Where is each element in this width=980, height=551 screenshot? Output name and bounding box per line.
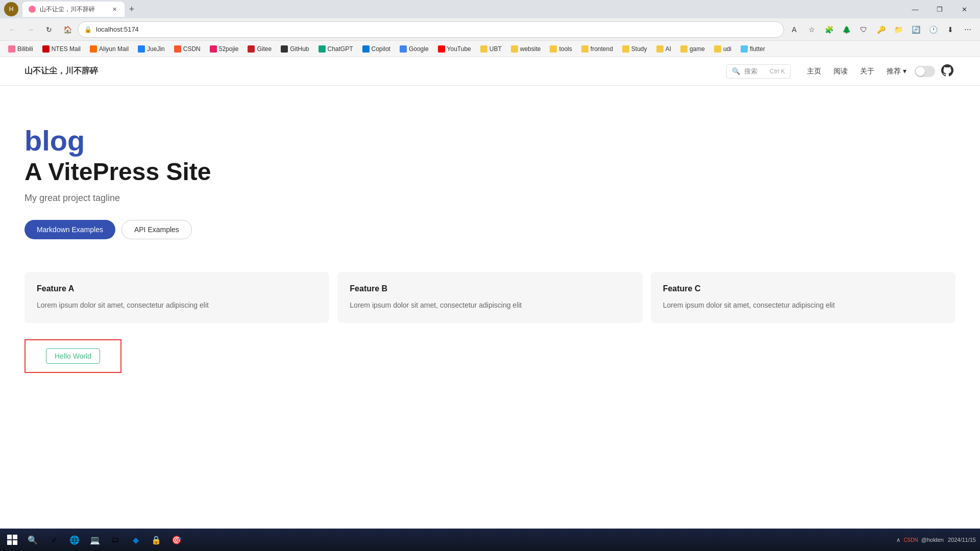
- bookmark-aliyun[interactable]: Aliyun Mail: [86, 43, 133, 55]
- csdn-tray: CSDN: [903, 537, 918, 543]
- tab-favicon: [29, 6, 36, 13]
- forward-button[interactable]: →: [22, 21, 39, 38]
- hero-tagline: My great project tagline: [24, 193, 955, 204]
- bookmark-label: game: [690, 45, 705, 53]
- back-button[interactable]: ←: [4, 21, 20, 38]
- profile-button[interactable]: 🌲: [838, 21, 854, 38]
- pojie-icon: [210, 45, 217, 53]
- bookmark-bilibili[interactable]: Bilibili: [4, 43, 37, 55]
- feature-b-title: Feature B: [350, 284, 630, 293]
- tab-bar: 山不让尘，川不辞碎 ✕ +: [22, 2, 899, 17]
- keepass-button[interactable]: 🔑: [873, 21, 889, 38]
- feature-a-title: Feature A: [37, 284, 317, 293]
- taskbar-chrome-app[interactable]: 🌐: [65, 531, 84, 549]
- bookmark-flutter[interactable]: flutter: [737, 43, 769, 55]
- taskbar-explorer-app[interactable]: 🗂: [106, 531, 125, 549]
- bookmark-github[interactable]: GitHub: [277, 43, 313, 55]
- profile-avatar[interactable]: H: [4, 2, 18, 16]
- bookmark-study[interactable]: Study: [618, 43, 651, 55]
- search-label: 搜索: [744, 67, 757, 76]
- bookmark-gitee[interactable]: Gitee: [243, 43, 276, 55]
- google-icon: [400, 45, 407, 53]
- bookmark-ai[interactable]: AI: [652, 43, 675, 55]
- bookmark-tools[interactable]: tools: [546, 43, 576, 55]
- taskbar-target-app[interactable]: 🎯: [167, 531, 186, 549]
- taskbar-vscode-app[interactable]: ◆: [127, 531, 145, 549]
- bookmark-label: NTES Mail: [52, 45, 81, 53]
- extensions-button[interactable]: 🧩: [821, 21, 837, 38]
- bookmark-label: Bilibili: [17, 45, 33, 53]
- markdown-examples-button[interactable]: Markdown Examples: [24, 220, 115, 239]
- github-link[interactable]: [941, 64, 955, 79]
- favorites-button[interactable]: ☆: [803, 21, 820, 38]
- bookmark-juejin[interactable]: JueJin: [134, 43, 169, 55]
- home-button[interactable]: 🏠: [59, 21, 76, 38]
- nav-link-read[interactable]: 阅读: [834, 67, 848, 76]
- feature-card-c: Feature C Lorem ipsum dolor sit amet, co…: [651, 272, 955, 323]
- api-examples-button[interactable]: API Examples: [121, 220, 192, 239]
- refresh-button[interactable]: ↻: [41, 21, 57, 38]
- bookmark-csdn[interactable]: CSDN: [170, 43, 205, 55]
- bookmark-label: flutter: [750, 45, 765, 53]
- bookmark-google[interactable]: Google: [396, 43, 433, 55]
- nav-link-home[interactable]: 主页: [807, 67, 821, 76]
- start-button[interactable]: [4, 532, 20, 548]
- bookmark-52pojie[interactable]: 52pojie: [206, 43, 243, 55]
- chatgpt-icon: [318, 45, 326, 53]
- title-bar: H 山不让尘，川不辞碎 ✕ + — ❐ ✕: [0, 0, 980, 18]
- taskbar-checkmark-app[interactable]: ✓: [45, 531, 63, 549]
- downloads-button[interactable]: ⬇: [942, 21, 959, 38]
- bookmark-label: ChatGPT: [328, 45, 353, 53]
- window-controls: — ❐ ✕: [903, 0, 976, 18]
- youtube-icon: [438, 45, 445, 53]
- bookmark-youtube[interactable]: YouTube: [434, 43, 475, 55]
- feature-c-desc: Lorem ipsum dolor sit amet, consectetur …: [663, 299, 943, 311]
- nav-link-about[interactable]: 关于: [860, 67, 874, 76]
- bookmark-copilot[interactable]: Copilot: [358, 43, 395, 55]
- bookmark-frontend[interactable]: frontend: [577, 43, 617, 55]
- active-tab[interactable]: 山不让尘，川不辞碎 ✕: [22, 2, 125, 17]
- lock-icon: 🔒: [84, 26, 92, 33]
- hero-title: A VitePress Site: [24, 157, 955, 187]
- minimize-button[interactable]: —: [903, 0, 927, 18]
- nav-link-recommend[interactable]: 推荐 ▾: [887, 67, 906, 76]
- theme-toggle-dot: [916, 67, 925, 76]
- sync-button[interactable]: 🔄: [908, 21, 924, 38]
- close-button[interactable]: ✕: [952, 0, 976, 18]
- history-button[interactable]: 🕐: [925, 21, 941, 38]
- tray-icon-1: ∧: [896, 537, 900, 543]
- taskbar-right: ∧ CSDN @holden 2024/11/15: [896, 537, 976, 543]
- bookmark-label: Copilot: [372, 45, 390, 53]
- svg-rect-3: [13, 540, 17, 545]
- restore-button[interactable]: ❐: [928, 0, 951, 18]
- hello-world-button[interactable]: Hello World: [46, 348, 100, 364]
- tab-close-button[interactable]: ✕: [110, 5, 118, 13]
- feature-card-a: Feature A Lorem ipsum dolor sit amet, co…: [24, 272, 329, 323]
- nav-action-buttons: A ☆ 🧩 🌲 🛡 🔑 📁 🔄 🕐 ⬇ ⋯: [786, 21, 976, 38]
- new-tab-button[interactable]: +: [125, 2, 139, 16]
- taskbar-search-button[interactable]: 🔍: [22, 532, 43, 548]
- bookmark-udi[interactable]: udi: [710, 43, 736, 55]
- bookmark-label: tools: [559, 45, 572, 53]
- bookmark-label: udi: [723, 45, 731, 53]
- bookmark-label: AI: [666, 45, 671, 53]
- taskbar-keepass-app[interactable]: 🔒: [147, 531, 165, 549]
- translate-button[interactable]: A: [786, 21, 802, 38]
- kaspersky-button[interactable]: 🛡: [855, 21, 872, 38]
- menu-button[interactable]: ⋯: [960, 21, 976, 38]
- bookmark-ubt[interactable]: UBT: [476, 43, 506, 55]
- bookmark-label: Google: [409, 45, 429, 53]
- feature-b-desc: Lorem ipsum dolor sit amet, consectetur …: [350, 299, 630, 311]
- bookmark-chatgpt[interactable]: ChatGPT: [314, 43, 357, 55]
- address-bar[interactable]: 🔒 localhost:5174: [78, 21, 784, 38]
- bookmark-website[interactable]: website: [507, 43, 545, 55]
- bookmark-ntes[interactable]: NTES Mail: [38, 43, 85, 55]
- site-search-button[interactable]: 🔍 搜索 Ctrl K: [726, 64, 791, 79]
- taskbar-edge-app[interactable]: 💻: [86, 531, 104, 549]
- theme-toggle[interactable]: [915, 66, 935, 77]
- bookmark-game[interactable]: game: [676, 43, 709, 55]
- datetime-display: 2024/11/15: [948, 537, 976, 543]
- ntes-icon: [42, 45, 50, 53]
- bookmark-manager-button[interactable]: 📁: [890, 21, 906, 38]
- svg-rect-1: [13, 535, 17, 539]
